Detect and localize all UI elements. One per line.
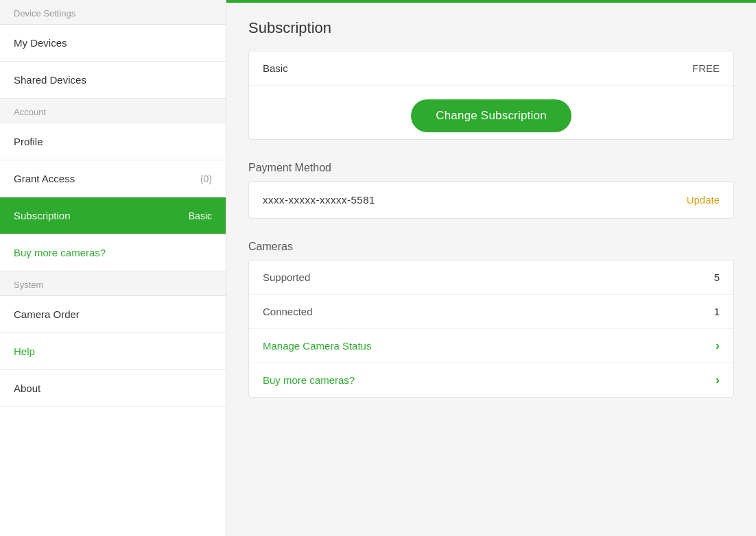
cameras-title: Cameras <box>248 230 734 260</box>
connected-value: 1 <box>714 306 720 317</box>
buy-more-cameras-row[interactable]: Buy more cameras? › <box>249 363 733 397</box>
sidebar-item-profile[interactable]: Profile <box>0 123 226 160</box>
sidebar: Device Settings My Devices Shared Device… <box>0 0 226 536</box>
change-subscription-wrap: Change Subscription <box>249 86 733 139</box>
sidebar-item-help[interactable]: Help <box>0 333 226 370</box>
main-content: Subscription Basic FREE Change Subscript… <box>226 0 756 536</box>
change-subscription-button[interactable]: Change Subscription <box>411 99 571 132</box>
shared-devices-label: Shared Devices <box>14 74 86 86</box>
manage-camera-status-label: Manage Camera Status <box>263 340 371 352</box>
subscription-plan-label: Basic <box>263 62 288 74</box>
about-label: About <box>14 382 40 394</box>
sidebar-item-camera-order[interactable]: Camera Order <box>0 296 226 333</box>
profile-label: Profile <box>14 136 43 147</box>
subscription-badge: Basic <box>189 210 212 221</box>
sidebar-item-subscription[interactable]: Subscription Basic <box>0 197 226 234</box>
sidebar-item-buy-more-cameras[interactable]: Buy more cameras? <box>0 234 226 271</box>
connected-label: Connected <box>263 306 313 317</box>
sidebar-item-about[interactable]: About <box>0 370 226 407</box>
manage-camera-chevron-icon: › <box>716 339 720 353</box>
update-link[interactable]: Update <box>687 194 720 206</box>
account-header: Account <box>0 99 226 123</box>
sidebar-item-grant-access[interactable]: Grant Access (0) <box>0 160 226 197</box>
grant-access-label: Grant Access <box>14 173 75 184</box>
page-title: Subscription <box>248 19 734 37</box>
connected-row: Connected 1 <box>249 295 733 329</box>
help-label: Help <box>14 345 35 357</box>
device-settings-header: Device Settings <box>0 0 226 25</box>
payment-method-title: Payment Method <box>248 151 734 181</box>
system-header: System <box>0 271 226 296</box>
cameras-card: Supported 5 Connected 1 Manage Camera St… <box>248 260 734 398</box>
sidebar-item-my-devices[interactable]: My Devices <box>0 25 226 62</box>
payment-row: xxxx-xxxxx-xxxxx-5581 Update <box>249 182 733 218</box>
supported-value: 5 <box>714 271 720 283</box>
subscription-label: Subscription <box>14 210 71 221</box>
subscription-price: FREE <box>692 62 720 74</box>
supported-label: Supported <box>263 271 310 283</box>
manage-camera-status-row[interactable]: Manage Camera Status › <box>249 329 733 363</box>
subscription-card: Basic FREE Change Subscription <box>248 51 734 140</box>
supported-row: Supported 5 <box>249 260 733 295</box>
payment-method-card: xxxx-xxxxx-xxxxx-5581 Update <box>248 181 734 219</box>
grant-access-badge: (0) <box>200 173 212 184</box>
subscription-row: Basic FREE <box>249 51 733 86</box>
payment-number: xxxx-xxxxx-xxxxx-5581 <box>263 194 375 206</box>
buy-more-cameras-main-label: Buy more cameras? <box>263 374 355 386</box>
buy-more-cameras-label: Buy more cameras? <box>14 247 106 258</box>
buy-more-cameras-chevron-icon: › <box>716 373 720 387</box>
camera-order-label: Camera Order <box>14 308 80 320</box>
my-devices-label: My Devices <box>14 37 67 49</box>
sidebar-item-shared-devices[interactable]: Shared Devices <box>0 62 226 99</box>
